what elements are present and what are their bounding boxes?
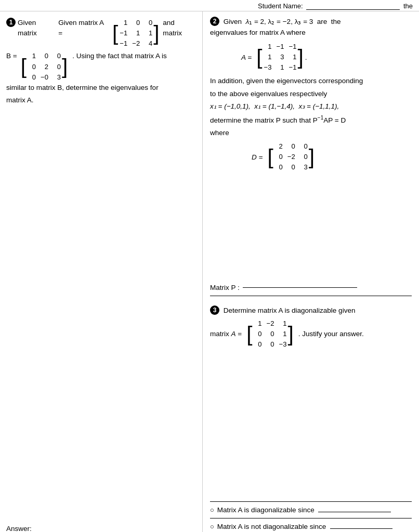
matrix-row-3: −1 −2 4: [119, 38, 152, 49]
bracket-right: ]: [153, 23, 159, 44]
q2-eigenvalues-text: eigenvalues for matrix A where: [210, 29, 306, 36]
q1-and-text: and matrix: [163, 18, 195, 39]
q2-c-1-3: −1: [288, 42, 296, 52]
q2-d-2-2: −2: [287, 152, 295, 162]
q3-c-2-3: 1: [278, 329, 286, 339]
bracket-left: [: [112, 23, 118, 44]
cell-1-3: 0: [144, 18, 152, 28]
page: Student Name: the 1 Given matrix Given m…: [0, 0, 419, 532]
separator-3: [210, 518, 412, 518]
q3-row-3: 0 0 −3: [253, 339, 286, 350]
q3-c-3-3: −3: [278, 339, 286, 350]
q1-answer-label: Answer:: [6, 525, 32, 532]
q2-matrix-rows: 1 −1 −1 1 3 1 −3 1: [263, 42, 296, 73]
q1-similar-text: similar to matrix B, determine the eigen…: [6, 83, 195, 93]
q3-option1-label: Matrix A is diagonalizable since: [217, 506, 315, 514]
student-name-input: [306, 2, 400, 10]
q2-matrix-D: [ 2 0 0 0 −2 0: [267, 141, 315, 172]
cell-3-2: −2: [132, 38, 140, 49]
main-content: 1 Given matrix Given matrix A = [ 1 0 0: [0, 11, 419, 532]
q2-period: .: [305, 54, 307, 61]
q2-d-1-2: 0: [287, 141, 295, 152]
q3-option2-label: Matrix A is not diagonalizable since: [217, 523, 326, 530]
bracket-right-b: ]: [62, 56, 68, 77]
matrix-rows: 1 0 0 −1 1 1 −1 −2: [119, 18, 152, 49]
right-column: 2 Given λ₁ = 2, λ₂ = −2, λ₃ = 3 are the …: [203, 11, 419, 532]
q1-given-text: Given matrix A =: [58, 18, 109, 39]
q2-c-3-1: −3: [263, 62, 271, 73]
cell-2-1: −1: [119, 28, 127, 38]
q2-row-2: 1 3 1: [263, 52, 296, 62]
spacer-1: [210, 176, 412, 280]
q2-bracket-left: [: [256, 47, 262, 68]
q3-c-2-2: 0: [266, 329, 274, 339]
q2-D-row-1: 2 0 0: [274, 141, 308, 152]
q2-the-text: the: [331, 17, 341, 27]
q3-row-2: 0 0 1: [253, 329, 286, 339]
b-row-1: 1 0 0: [28, 51, 61, 61]
q2-row-3: −3 1 −1: [263, 62, 296, 73]
q2-row-1: 1 −1 −1: [263, 42, 296, 52]
matrix-b-rows: 1 0 0 0 2 0 0 −0: [28, 51, 61, 82]
q3-c-1-1: 1: [253, 318, 261, 329]
q2-to-above: to the above eigenvalues respectively: [210, 89, 412, 99]
cell-1-2: 0: [132, 18, 140, 28]
q3-matrix-label: matrix A =: [210, 330, 242, 338]
q1-using-text: . Using the fact that matrix A is: [72, 51, 167, 61]
q3-matrix-rows: 1 −2 1 0 0 1 0 0: [253, 318, 286, 350]
q2-D-rows: 2 0 0 0 −2 0 0 0: [274, 141, 308, 172]
q3-option1-bullet: ○: [210, 506, 214, 514]
q3-c-1-3: 1: [278, 318, 286, 329]
q1-text-before: Given matrix: [18, 18, 56, 39]
q2-c-2-3: 1: [288, 52, 296, 62]
q3-bracket-left: [: [246, 324, 252, 345]
question-1-block: 1 Given matrix Given matrix A = [ 1 0 0: [6, 18, 195, 108]
q2-d-3-1: 0: [274, 162, 283, 172]
q2-bracket-right: ]: [297, 47, 303, 68]
b-cell-2-2: 2: [40, 62, 48, 72]
separator-2: [210, 501, 412, 502]
q3-option2: ○ Matrix A is not diagonalizable since: [210, 523, 412, 530]
q1-number: 1: [6, 18, 16, 27]
q1-B-label: B =: [6, 51, 17, 61]
q2-matrix-A: [ 1 −1 −1 1 3 1: [256, 42, 304, 73]
q2-D-row-2: 0 −2 0: [274, 152, 308, 162]
q2-D-bracket-right: ]: [309, 147, 315, 168]
q3-bracket-right: ]: [287, 324, 293, 345]
q2-D-row-3: 0 0 3: [274, 162, 308, 172]
q1-matrix-B: [ 1 0 0 0 2 0: [21, 51, 68, 82]
q2-d-3-2: 0: [287, 162, 295, 172]
q2-matrix-p-line[interactable]: [243, 287, 357, 288]
q2-c-2-1: 1: [263, 52, 271, 62]
b-cell-3-2: −0: [40, 72, 48, 83]
q3-option2-bullet: ○: [210, 523, 214, 530]
q3-option1-line[interactable]: [318, 512, 391, 512]
b-cell-2-1: 0: [28, 62, 36, 72]
b-cell-1-1: 1: [28, 51, 36, 61]
q2-eigenvectors: x₁ = (−1,0,1), x₁ = (1,−1,4), x₃ = (−1,1…: [210, 101, 412, 112]
q2-given-text: Given: [224, 17, 246, 27]
q2-c-1-2: −1: [276, 42, 284, 52]
q2-lambda-values: ₁ = 2, λ₂ = −2, λ₃ = 3 are: [249, 17, 331, 27]
matrix-row-2: −1 1 1: [119, 28, 152, 38]
cell-2-3: 1: [144, 28, 152, 38]
question-2-block: 2 Given λ₁ = 2, λ₂ = −2, λ₃ = 3 are the …: [210, 17, 412, 300]
q3-matrix-A: [ 1 −2 1 0 0 1: [246, 318, 294, 350]
q2-c-3-2: 1: [276, 62, 284, 73]
separator-1: [210, 296, 412, 296]
cell-2-2: 1: [132, 28, 140, 38]
header-bar: Student Name: the: [0, 0, 419, 11]
q3-row-1: 1 −2 1: [253, 318, 286, 329]
q2-c-1-1: 1: [263, 42, 271, 52]
bracket-left-b: [: [21, 56, 27, 77]
q3-option2-line[interactable]: [330, 528, 392, 529]
q2-c-3-3: −1: [288, 62, 296, 73]
q3-determine-text: Determine matrix A is diagonalizable giv…: [224, 305, 356, 316]
b-row-2: 0 2 0: [28, 62, 61, 72]
q2-d-3-3: 3: [299, 162, 308, 172]
q3-justify-text: . Justify your answer.: [298, 330, 364, 338]
b-cell-3-3: 3: [53, 72, 61, 83]
question-3-block: 3 Determine matrix A is diagonalizable g…: [210, 305, 412, 532]
cell-1-1: 1: [119, 18, 127, 28]
b-cell-1-3: 0: [53, 51, 61, 61]
